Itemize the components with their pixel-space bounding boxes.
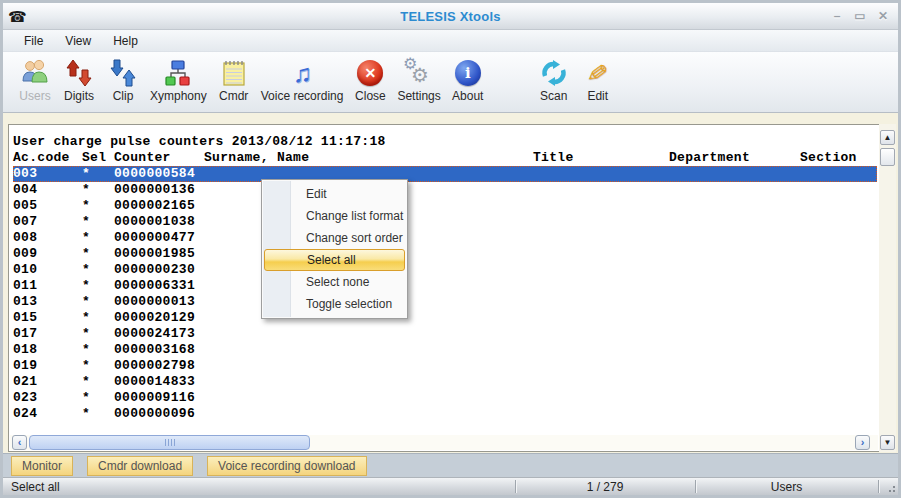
cmdr-icon [217,58,251,88]
toolbar-label: Close [355,89,386,103]
status-action: Select all [11,479,60,495]
edit-icon: ✎ [581,58,615,88]
status-mode: Users [695,479,878,495]
col-department: Department [669,150,800,166]
table-row[interactable]: 023 * 0000009116 [13,390,879,406]
scroll-right-button[interactable]: › [855,435,870,450]
close-icon: ✕ [353,58,387,88]
table-row[interactable]: 024 * 0000000096 [13,406,879,422]
window-title: TELESIS Xtools [3,9,898,24]
users-icon [18,58,52,88]
toolbar-cmdr-button[interactable]: Cmdr [212,56,256,108]
settings-icon: ⚙⚙ [402,58,436,88]
context-menu-item-select-all[interactable]: Select all [264,249,405,271]
tab-strip: Monitor Cmdr download Voice recording do… [3,453,898,477]
table-row[interactable]: 013 * 0000000013 [13,294,879,310]
toolbar-label: Cmdr [219,89,248,103]
about-icon: i [451,58,485,88]
status-divider [878,480,879,493]
table-row[interactable]: 011 * 0000006331 [13,278,879,294]
digits-icon [62,58,96,88]
scan-icon [537,58,571,88]
tab-voice-recording-download[interactable]: Voice recording download [207,456,366,476]
horizontal-scrollbar-thumb[interactable] [29,435,310,450]
menu-help[interactable]: Help [102,32,149,50]
context-menu-item-select-none[interactable]: Select none [264,271,405,293]
main-panel: User charge pulse counters 2013/08/12 11… [3,113,898,453]
list-column-headers: Ac.code Sel Counter Surname, Name Title … [13,150,879,166]
table-row[interactable]: 017 * 0000024173 [13,326,879,342]
toolbar-label: Settings [397,89,440,103]
table-row[interactable]: 019 * 0000002798 [13,358,879,374]
list-viewport: User charge pulse counters 2013/08/12 11… [8,124,880,452]
menu-file[interactable]: File [13,32,54,50]
close-window-button[interactable]: ✕ [876,9,890,23]
table-row[interactable]: 005 * 0000002165 [13,198,879,214]
toolbar-label: Voice recording [261,89,344,103]
clip-icon [106,58,140,88]
table-row[interactable]: 018 * 0000003168 [13,342,879,358]
table-row[interactable]: 010 * 0000000230 [13,262,879,278]
horizontal-scrollbar[interactable]: ‹ › [10,435,878,450]
scroll-down-button[interactable]: ▼ [880,435,895,450]
toolbar-about-button[interactable]: i About [446,56,490,108]
col-section: Section [800,150,879,166]
title-bar: ☎ TELESIS Xtools – ▭ ✕ [3,3,898,30]
toolbar-label: Edit [587,89,608,103]
table-row[interactable]: 007 * 0000001038 [13,214,879,230]
col-title: Title [533,150,669,166]
toolbar-label: Users [19,89,50,103]
maximize-button[interactable]: ▭ [853,9,867,23]
context-menu-item-change-sort-order[interactable]: Change sort order [264,227,405,249]
xymphony-icon [161,58,195,88]
scroll-left-button[interactable]: ‹ [12,435,27,450]
resize-grip[interactable] [884,481,896,493]
toolbar-edit-button[interactable]: ✎ Edit [576,56,620,108]
voice-recording-icon: ♫ [285,58,319,88]
col-sel: Sel [82,150,114,166]
toolbar-scan-button[interactable]: Scan [532,56,576,108]
status-bar: Select all 1 / 279 Users [3,477,898,495]
toolbar-label: Clip [113,89,134,103]
list-title: User charge pulse counters 2013/08/12 11… [13,134,879,150]
list-rows: 003 * 0000000584 004 * 0000000136 005 * … [13,166,879,422]
scroll-up-button[interactable]: ▲ [880,130,895,145]
toolbar-label: Digits [64,89,94,103]
context-menu-item-edit[interactable]: Edit [264,183,405,205]
table-row[interactable]: 004 * 0000000136 [13,182,879,198]
table-row[interactable]: 008 * 0000000477 [13,230,879,246]
vertical-scrollbar[interactable]: ▲ ▼ [879,124,896,452]
toolbar-label: About [452,89,483,103]
context-menu: Edit Change list format Change sort orde… [261,179,408,319]
toolbar-label: Xymphony [150,89,207,103]
table-row[interactable]: 003 * 0000000584 [13,166,877,182]
toolbar-settings-button[interactable]: ⚙⚙ Settings [392,56,445,108]
col-ac-code: Ac.code [13,150,82,166]
list-content: User charge pulse counters 2013/08/12 11… [9,125,879,422]
table-row[interactable]: 009 * 0000001985 [13,246,879,262]
tab-cmdr-download[interactable]: Cmdr download [87,456,193,476]
table-row[interactable]: 021 * 0000014833 [13,374,879,390]
col-surname: Surname, Name [204,150,533,166]
context-menu-item-toggle-selection[interactable]: Toggle selection [264,293,405,315]
minimize-button[interactable]: – [830,9,844,23]
toolbar-digits-button[interactable]: Digits [57,56,101,108]
vertical-scrollbar-thumb[interactable] [880,148,895,166]
toolbar-clip-button[interactable]: Clip [101,56,145,108]
menu-view[interactable]: View [54,32,102,50]
toolbar-close-button[interactable]: ✕ Close [348,56,392,108]
toolbar: Users Digits Clip [3,52,898,113]
context-menu-item-change-list-format[interactable]: Change list format [264,205,405,227]
app-window: ☎ TELESIS Xtools – ▭ ✕ File View Help Us… [0,0,901,498]
status-position: 1 / 279 [515,479,695,495]
table-row[interactable]: 015 * 0000020129 [13,310,879,326]
tab-monitor[interactable]: Monitor [11,456,73,476]
col-counter: Counter [114,150,204,166]
toolbar-users-button[interactable]: Users [13,56,57,108]
toolbar-xymphony-button[interactable]: Xymphony [145,56,212,108]
toolbar-voice-recording-button[interactable]: ♫ Voice recording [256,56,349,108]
menu-bar: File View Help [3,30,898,52]
toolbar-label: Scan [540,89,567,103]
